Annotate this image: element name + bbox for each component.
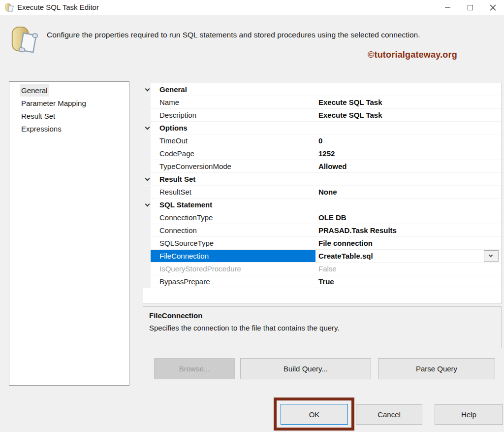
category-row-general[interactable]: General — [143, 83, 501, 96]
row-gutter — [143, 211, 151, 224]
category-label: SQL Statement — [159, 199, 212, 211]
property-row-connectiontype[interactable]: ConnectionTypeOLE DB — [143, 211, 501, 224]
property-row-description[interactable]: DescriptionExecute SQL Task — [143, 109, 501, 122]
property-label: SQLSourceType — [151, 237, 315, 249]
sidebar-item-label: Result Set — [20, 110, 57, 122]
property-label: FileConnection — [151, 250, 315, 262]
property-value[interactable]: True — [315, 275, 501, 288]
title-bar: Execute SQL Task Editor — [0, 0, 504, 15]
close-icon — [490, 4, 496, 11]
dialog-description: Configure the properties required to run… — [47, 31, 490, 39]
sidebar-item-general[interactable]: General — [9, 84, 129, 97]
row-gutter — [143, 224, 151, 236]
property-label: BypassPrepare — [151, 275, 315, 288]
property-value[interactable]: False — [315, 263, 501, 275]
property-row-typeconversionmode[interactable]: TypeConversionModeAllowed — [143, 160, 501, 173]
property-grid-rows: GeneralNameExecute SQL TaskDescriptionEx… — [143, 83, 502, 304]
property-row-connection[interactable]: ConnectionPRASAD.Task Results — [143, 224, 501, 237]
row-gutter — [143, 160, 151, 172]
row-gutter — [143, 134, 151, 147]
property-value[interactable]: Execute SQL Task — [315, 109, 501, 121]
maximize-icon — [468, 5, 473, 10]
category-label: Options — [159, 122, 188, 134]
property-value[interactable]: File connection — [315, 237, 501, 249]
execute-sql-task-editor-window: Execute SQL Task Editor Configure the pr… — [0, 0, 504, 432]
minimize-button[interactable] — [436, 0, 459, 15]
row-gutter — [143, 275, 151, 288]
window-title: Execute SQL Task Editor — [17, 3, 99, 11]
category-row-result-set[interactable]: Result Set — [143, 173, 501, 186]
row-gutter — [143, 96, 151, 108]
sidebar-item-result-set[interactable]: Result Set — [9, 110, 129, 123]
cancel-button[interactable]: Cancel — [356, 404, 422, 425]
property-description-panel: FileConnection Specifies the connection … — [143, 306, 502, 348]
property-row-bypassprepare[interactable]: BypassPrepareTrue — [143, 275, 501, 288]
property-value[interactable]: PRASAD.Task Results — [315, 224, 501, 236]
property-label: Name — [151, 96, 315, 108]
category-label: Result Set — [159, 173, 195, 185]
row-gutter — [143, 263, 151, 275]
build-query-button[interactable]: Build Query... — [240, 358, 371, 379]
property-value[interactable]: 0 — [315, 134, 501, 147]
row-gutter — [143, 186, 151, 198]
property-label: ResultSet — [151, 186, 315, 198]
property-row-name[interactable]: NameExecute SQL Task — [143, 96, 501, 109]
chevron-down-icon — [489, 253, 493, 257]
property-label: IsQueryStoredProcedure — [151, 263, 315, 275]
parse-query-button[interactable]: Parse Query — [378, 358, 495, 379]
sql-task-icon — [4, 3, 14, 13]
property-row-isquerystoredprocedure[interactable]: IsQueryStoredProcedureFalse — [143, 263, 501, 275]
dropdown-button[interactable] — [484, 250, 499, 262]
row-gutter — [143, 147, 151, 160]
property-description-text: Specifies the connection to the file tha… — [149, 324, 495, 332]
sql-task-large-icon — [9, 25, 39, 56]
property-label: CodePage — [151, 147, 315, 160]
minimize-icon — [445, 7, 450, 8]
property-label: Description — [151, 109, 315, 121]
query-buttons: Browse...Build Query...Parse Query — [154, 358, 495, 379]
close-button[interactable] — [481, 0, 504, 15]
property-row-codepage[interactable]: CodePage1252 — [143, 147, 501, 160]
sidebar-item-label: General — [20, 84, 49, 97]
property-value[interactable]: Execute SQL Task — [315, 96, 501, 108]
property-row-resultset[interactable]: ResultSetNone — [143, 186, 501, 199]
property-row-timeout[interactable]: TimeOut0 — [143, 134, 501, 147]
row-gutter — [143, 109, 151, 121]
property-description-title: FileConnection — [149, 311, 495, 320]
property-label: Connection — [151, 224, 315, 236]
property-value[interactable]: 1252 — [315, 147, 501, 160]
row-gutter — [143, 250, 151, 262]
category-label: General — [159, 83, 187, 96]
property-value[interactable]: Allowed — [315, 160, 501, 172]
tutorialgateway-watermark: ©tutorialgateway.org — [368, 50, 457, 60]
property-label: ConnectionType — [151, 211, 315, 224]
help-button[interactable]: Help — [435, 404, 503, 425]
sidebar-item-label: Expressions — [20, 123, 63, 135]
ok-button[interactable]: OK — [281, 404, 348, 425]
category-row-options[interactable]: Options — [143, 122, 501, 134]
sidebar-item-parameter-mapping[interactable]: Parameter Mapping — [9, 97, 129, 110]
property-label: TypeConversionMode — [151, 160, 315, 172]
sidebar-list: GeneralParameter MappingResult SetExpres… — [9, 81, 129, 386]
sidebar-item-expressions[interactable]: Expressions — [9, 123, 129, 135]
property-value[interactable]: None — [315, 186, 501, 198]
maximize-button[interactable] — [459, 0, 481, 15]
property-value[interactable]: OLE DB — [315, 211, 501, 224]
browse-button[interactable]: Browse... — [154, 358, 235, 379]
property-label: TimeOut — [151, 134, 315, 147]
property-row-sqlsourcetype[interactable]: SQLSourceTypeFile connection — [143, 237, 501, 250]
property-row-fileconnection[interactable]: FileConnectionCreateTable.sql — [143, 250, 501, 263]
category-row-sql-statement[interactable]: SQL Statement — [143, 199, 501, 211]
window-controls — [436, 0, 504, 15]
property-value[interactable]: CreateTable.sql — [315, 250, 501, 262]
sidebar-item-label: Parameter Mapping — [20, 97, 88, 109]
row-gutter — [143, 237, 151, 249]
